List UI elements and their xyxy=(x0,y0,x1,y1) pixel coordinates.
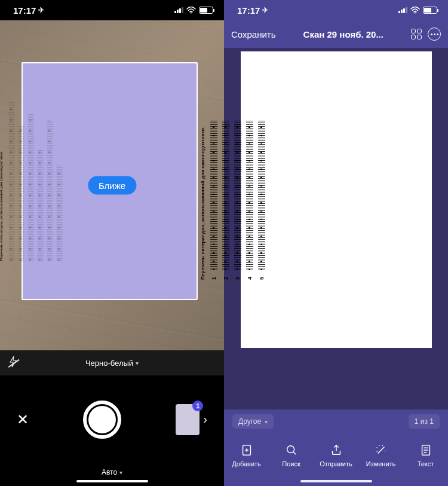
share-icon xyxy=(330,444,343,457)
home-indicator[interactable] xyxy=(300,480,372,482)
page-count-badge: 1 xyxy=(192,401,203,411)
status-bar: 17:17 ✈︎ xyxy=(0,0,224,20)
flash-off-icon[interactable] xyxy=(8,356,18,371)
page-indicator[interactable]: 1 из 1 xyxy=(409,414,440,429)
chevron-down-icon: ▾ xyxy=(136,360,139,366)
camera-viewport[interactable]: Перечень литературы, использованной для … xyxy=(0,20,224,350)
tool-label: Поиск xyxy=(282,460,300,467)
distance-hint-pill: Ближе xyxy=(88,176,136,195)
scanned-page-content: Перечень литературы, использованной для … xyxy=(200,120,449,280)
scan-heading-text: Перечень литературы, использованной для … xyxy=(200,120,205,280)
scanner-camera-screen: 17:17 ✈︎ Перечень литературы, использова… xyxy=(0,0,224,486)
captured-thumbnail-group[interactable]: 1 › xyxy=(176,404,207,435)
cellular-signal-icon xyxy=(174,7,183,13)
location-arrow-icon: ✈︎ xyxy=(262,6,268,14)
capture-mode-label: Авто xyxy=(102,468,117,476)
text-button[interactable]: Текст xyxy=(407,444,445,467)
capture-tray: ✕ 1 › Авто ▾ xyxy=(0,375,224,486)
save-button[interactable]: Сохранить xyxy=(231,29,276,39)
review-header: Сохранить Скан 29 нояб. 20... xyxy=(224,20,448,48)
page-heading-text: Перечень литературы, использованной для … xyxy=(0,102,3,261)
filter-bar: Черно-белый ▾ xyxy=(0,350,224,375)
filter-selector[interactable]: Черно-белый ▾ xyxy=(26,359,198,368)
tool-label: Текст xyxy=(418,460,434,467)
chevron-down-icon: ▾ xyxy=(119,469,122,476)
search-icon xyxy=(285,444,298,457)
wifi-icon xyxy=(410,5,420,16)
scanned-page[interactable]: Перечень литературы, использованной для … xyxy=(241,51,432,348)
tool-label: Изменить xyxy=(366,460,396,467)
status-bar: 17:17 ✈︎ xyxy=(224,0,448,20)
add-button[interactable]: Добавить xyxy=(228,444,266,467)
close-button[interactable]: ✕ xyxy=(17,411,29,428)
status-time: 17:17 xyxy=(13,5,36,16)
chevron-down-icon: ▾ xyxy=(265,418,268,425)
magic-wand-icon xyxy=(375,444,388,457)
cellular-signal-icon xyxy=(398,7,407,13)
scan-canvas[interactable]: Перечень литературы, использованной для … xyxy=(224,48,448,409)
status-time: 17:17 xyxy=(237,5,260,16)
svg-point-0 xyxy=(191,12,192,13)
add-page-icon xyxy=(240,444,253,457)
search-button[interactable]: Поиск xyxy=(272,444,311,467)
tool-label: Добавить xyxy=(232,460,261,467)
capture-mode-selector[interactable]: Авто ▾ xyxy=(102,468,122,476)
tag-label: Другое xyxy=(238,417,261,426)
battery-icon xyxy=(423,7,437,14)
edit-button[interactable]: Изменить xyxy=(362,444,400,467)
grid-view-icon[interactable] xyxy=(411,29,422,39)
battery-icon xyxy=(199,7,213,14)
wifi-icon xyxy=(186,5,196,16)
tool-label: Отправить xyxy=(320,460,352,467)
svg-point-3 xyxy=(287,446,294,453)
review-toolbar: Добавить Поиск Отправить Изменить Текст xyxy=(224,433,448,480)
send-button[interactable]: Отправить xyxy=(317,444,355,467)
filter-name: Черно-белый xyxy=(85,359,133,368)
home-indicator[interactable] xyxy=(76,480,148,482)
document-title[interactable]: Скан 29 нояб. 20... xyxy=(282,29,405,39)
shutter-button[interactable] xyxy=(83,401,121,439)
more-options-icon[interactable] xyxy=(428,27,441,41)
chevron-right-icon[interactable]: › xyxy=(203,412,207,426)
tag-dropdown[interactable]: Другое ▾ xyxy=(232,414,274,429)
text-page-icon xyxy=(419,444,432,457)
captured-thumbnail[interactable]: 1 xyxy=(176,404,200,435)
scan-review-screen: 17:17 ✈︎ Сохранить Скан 29 нояб. 20... П… xyxy=(224,0,448,486)
svg-point-1 xyxy=(415,12,416,13)
review-subbar: Другое ▾ 1 из 1 xyxy=(224,409,448,433)
location-arrow-icon: ✈︎ xyxy=(38,6,44,14)
